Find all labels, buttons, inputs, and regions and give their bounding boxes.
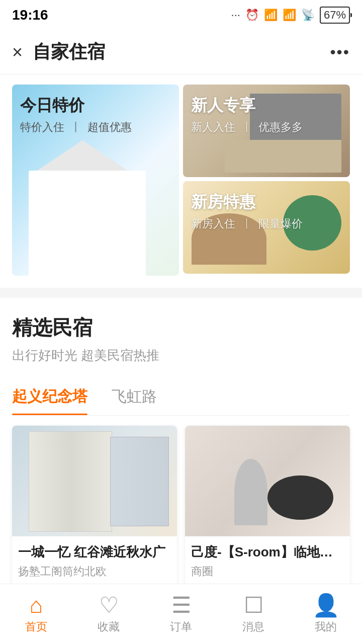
banner-2-overlay: 新人专享 新人入住 丨 优惠多多 [183, 85, 350, 145]
nav-item-orders[interactable]: ☰ 订单 [145, 594, 217, 634]
banner-2-separator: 丨 [241, 121, 252, 133]
signal-bar-2-icon: 📶 [283, 9, 296, 22]
selected-section: 精选民宿 出行好时光 超美民宿热推 起义纪念塔 飞虹路 [0, 298, 362, 416]
new-house-banner[interactable]: 新房特惠 新房入住 丨 限量爆价 [183, 181, 350, 274]
property-card-1-photo [12, 426, 177, 536]
banner-1-subtitle: 特价入住 丨 超值优惠 [20, 120, 171, 135]
status-icons: ··· ⏰ 📶 📶 📡 67% [231, 7, 350, 24]
nav-orders-label: 订单 [170, 619, 192, 634]
section-title: 精选民宿 [12, 314, 350, 342]
nav-favorites-label: 收藏 [98, 619, 120, 634]
orders-icon: ☰ [171, 594, 191, 616]
new-user-banner[interactable]: 新人专享 新人入住 丨 优惠多多 [183, 85, 350, 177]
banner-3-subtitle1: 新房入住 [191, 217, 235, 230]
nav-profile-label: 我的 [315, 619, 337, 634]
bottom-navigation: ⌂ 首页 ♡ 收藏 ☰ 订单 ☐ 消息 👤 我的 [0, 584, 362, 644]
tab-qiyijinianta[interactable]: 起义纪念塔 [12, 378, 87, 415]
property-cards-grid: 一城一忆 红谷滩近秋水广 扬塾工阁筒约北欧 己度-【S-room】临地铁/近 商… [0, 416, 362, 596]
property-card-1-info: 一城一忆 红谷滩近秋水广 扬塾工阁筒约北欧 [12, 536, 177, 586]
page-title: 自家住宿 [33, 40, 330, 64]
banner-1-separator: 丨 [70, 121, 81, 133]
banner-1-subtitle2: 超值优惠 [87, 121, 132, 133]
banner-3-overlay: 新房特惠 新房入住 丨 限量爆价 [183, 181, 350, 242]
property-card-2[interactable]: 己度-【S-room】临地铁/近 商圈 [185, 426, 350, 586]
banner-2-subtitle2: 优惠多多 [258, 121, 303, 133]
today-special-banner[interactable]: 今日特价 特价入住 丨 超值优惠 [12, 85, 179, 276]
signal-dots-icon: ··· [231, 9, 240, 22]
wifi-icon: 📡 [301, 9, 315, 22]
status-time: 19:16 [12, 7, 48, 23]
banner-2-subtitle: 新人入住 丨 优惠多多 [191, 120, 342, 135]
nav-item-profile[interactable]: 👤 我的 [290, 594, 362, 634]
nav-item-favorites[interactable]: ♡ 收藏 [72, 594, 145, 634]
location-tabs: 起义纪念塔 飞虹路 [12, 378, 350, 416]
nav-bar: × 自家住宿 ••• [0, 30, 362, 74]
banner-1-title: 今日特价 [20, 95, 171, 117]
property-card-2-image [185, 426, 350, 536]
banner-section: 今日特价 特价入住 丨 超值优惠 新人专享 新人入住 丨 优惠多多 [0, 74, 362, 288]
banner-3-subtitle: 新房入住 丨 限量爆价 [191, 216, 342, 231]
section-divider [0, 288, 362, 298]
status-bar: 19:16 ··· ⏰ 📶 📶 📡 67% [0, 0, 362, 30]
property-card-1-image [12, 426, 177, 536]
property-card-2-photo [185, 426, 350, 536]
property-card-1-desc: 扬塾工阁筒约北欧 [18, 564, 171, 579]
banner-2-title: 新人专享 [191, 95, 342, 117]
profile-icon: 👤 [312, 594, 340, 616]
property-card-2-info: 己度-【S-room】临地铁/近 商圈 [185, 536, 350, 586]
banner-3-title: 新房特惠 [191, 191, 342, 213]
message-icon: ☐ [244, 594, 263, 616]
nav-item-home[interactable]: ⌂ 首页 [0, 594, 72, 634]
property-card-1[interactable]: 一城一忆 红谷滩近秋水广 扬塾工阁筒约北欧 [12, 426, 177, 586]
property-card-2-desc: 商圈 [191, 564, 344, 579]
nav-messages-label: 消息 [242, 619, 264, 634]
banner-3-separator: 丨 [241, 217, 252, 230]
signal-bar-1-icon: 📶 [264, 9, 278, 22]
heart-icon: ♡ [99, 594, 119, 616]
banner-1-subtitle1: 特价入住 [20, 121, 64, 133]
banner-grid: 今日特价 特价入住 丨 超值优惠 新人专享 新人入住 丨 优惠多多 [12, 85, 350, 278]
section-subtitle: 出行好时光 超美民宿热推 [12, 347, 350, 364]
banner-1-overlay: 今日特价 特价入住 丨 超值优惠 [12, 85, 179, 145]
more-options-button[interactable]: ••• [330, 43, 350, 61]
tab-feihonglu[interactable]: 飞虹路 [112, 378, 157, 415]
close-button[interactable]: × [12, 42, 23, 63]
banner-2-subtitle1: 新人入住 [191, 121, 235, 133]
home-icon: ⌂ [30, 594, 43, 616]
battery-indicator: 67% [320, 7, 350, 24]
property-card-2-name: 己度-【S-room】临地铁/近 [191, 543, 344, 561]
alarm-icon: ⏰ [245, 9, 259, 22]
nav-item-messages[interactable]: ☐ 消息 [217, 594, 290, 634]
property-card-1-name: 一城一忆 红谷滩近秋水广 [18, 543, 171, 561]
banner-3-subtitle2: 限量爆价 [258, 217, 303, 230]
nav-home-label: 首页 [25, 619, 47, 634]
